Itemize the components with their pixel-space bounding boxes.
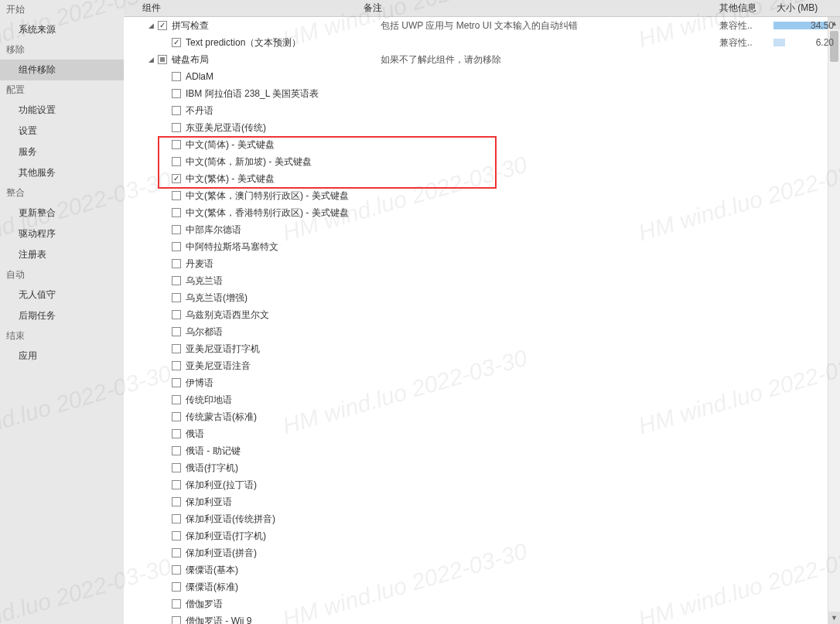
- tree-row[interactable]: ◢傈僳语(基本): [124, 561, 840, 578]
- checkbox[interactable]: [172, 514, 181, 523]
- sidebar-item[interactable]: 设置: [0, 121, 124, 142]
- checkbox[interactable]: [172, 378, 181, 387]
- tree-row[interactable]: ◢傈僳语(标准): [124, 578, 840, 595]
- checkbox[interactable]: [172, 599, 181, 609]
- sidebar-item[interactable]: 系统来源: [0, 19, 124, 40]
- collapse-icon[interactable]: ◢: [147, 22, 155, 29]
- row-label: 不丹语: [186, 104, 213, 118]
- sidebar-item[interactable]: 功能设置: [0, 100, 124, 121]
- checkbox[interactable]: [172, 106, 181, 115]
- tree-row[interactable]: ◢Text prediction（文本预测）兼容性..6.20: [124, 34, 840, 51]
- cell-component: ◢乌克兰语(增强): [124, 289, 381, 306]
- checkbox[interactable]: [172, 361, 181, 370]
- tree-row[interactable]: ◢乌克兰语: [124, 272, 840, 289]
- tree-row[interactable]: ◢东亚美尼亚语(传统): [124, 119, 840, 136]
- checkbox[interactable]: [172, 616, 181, 624]
- checkbox[interactable]: [172, 140, 181, 149]
- checkbox[interactable]: [172, 123, 181, 132]
- sidebar-item[interactable]: 注册表: [0, 244, 124, 265]
- tree-row[interactable]: ◢亚美尼亚语注音: [124, 357, 840, 374]
- checkbox[interactable]: [172, 293, 181, 302]
- sidebar-item[interactable]: 应用: [0, 346, 124, 367]
- tree-row[interactable]: ◢拼写检查包括 UWP 应用与 Metro UI 文本输入的自动纠错兼容性..3…: [124, 17, 840, 34]
- col-header-component[interactable]: 组件: [124, 2, 364, 15]
- cell-component: ◢乌克兰语: [124, 272, 381, 289]
- checkbox[interactable]: [172, 38, 181, 47]
- tree-row[interactable]: ◢俄语 - 助记键: [124, 442, 840, 459]
- checkbox[interactable]: [172, 429, 181, 438]
- checkbox[interactable]: [172, 208, 181, 217]
- tree-row[interactable]: ◢中文(繁体，香港特别行政区) - 美式键盘: [124, 204, 840, 221]
- tree-row[interactable]: ◢亚美尼亚语打字机: [124, 340, 840, 357]
- tree-row[interactable]: ◢保加利亚(拉丁语): [124, 476, 840, 493]
- tree-row[interactable]: ◢乌兹别克语西里尔文: [124, 306, 840, 323]
- tree-row[interactable]: ◢中文(繁体，澳门特别行政区) - 美式键盘: [124, 187, 840, 204]
- checkbox[interactable]: [172, 497, 181, 506]
- checkbox[interactable]: [172, 276, 181, 285]
- checkbox[interactable]: [172, 327, 181, 336]
- cell-component: ◢傈僳语(标准): [124, 578, 381, 595]
- checkbox[interactable]: [172, 344, 181, 353]
- checkbox[interactable]: [158, 55, 167, 64]
- tree-row[interactable]: ◢保加利亚语(拼音): [124, 544, 840, 561]
- col-header-other[interactable]: 其他信息: [719, 2, 773, 15]
- tree-row[interactable]: ◢中文(简体，新加坡) - 美式键盘: [124, 153, 840, 170]
- col-header-remark[interactable]: 备注: [364, 2, 719, 15]
- checkbox[interactable]: [172, 72, 181, 81]
- sidebar-item[interactable]: 其他服务: [0, 162, 124, 183]
- tree-row[interactable]: ◢保加利亚语(打字机): [124, 527, 840, 544]
- checkbox[interactable]: [172, 310, 181, 319]
- checkbox[interactable]: [172, 446, 181, 455]
- tree-row[interactable]: ◢传统印地语: [124, 391, 840, 408]
- tree-row[interactable]: ◢俄语(打字机): [124, 459, 840, 476]
- tree-row[interactable]: ◢中阿特拉斯塔马塞特文: [124, 238, 840, 255]
- row-label: 傈僳语(基本): [186, 564, 238, 577]
- tree-row[interactable]: ◢伊博语: [124, 374, 840, 391]
- scroll-down-button[interactable]: ▼: [828, 612, 840, 624]
- col-header-size[interactable]: 大小 (MB): [773, 2, 840, 15]
- checkbox[interactable]: [172, 157, 181, 166]
- tree-row[interactable]: ◢保加利亚语(传统拼音): [124, 510, 840, 527]
- sidebar-item[interactable]: 后期任务: [0, 305, 124, 326]
- checkbox[interactable]: [172, 531, 181, 540]
- checkbox[interactable]: [172, 395, 181, 404]
- tree-row[interactable]: ◢IBM 阿拉伯语 238_L 美国英语表: [124, 85, 840, 102]
- sidebar-item[interactable]: 组件移除: [0, 60, 124, 80]
- tree-row[interactable]: ◢传统蒙古语(标准): [124, 408, 840, 425]
- tree-row[interactable]: ◢俄语: [124, 425, 840, 442]
- tree-row[interactable]: ◢僧伽罗语: [124, 595, 840, 612]
- tree-row[interactable]: ◢僧伽罗语 - Wij 9: [124, 612, 840, 624]
- checkbox[interactable]: [172, 480, 181, 489]
- tree-row[interactable]: ◢中文(简体) - 美式键盘: [124, 136, 840, 153]
- checkbox[interactable]: [172, 259, 181, 268]
- tree-row[interactable]: ◢丹麦语: [124, 255, 840, 272]
- checkbox[interactable]: [172, 191, 181, 200]
- sidebar: 开始系统来源移除组件移除配置功能设置设置服务其他服务整合更新整合驱动程序注册表自…: [0, 0, 124, 624]
- tree-row[interactable]: ◢乌尔都语: [124, 323, 840, 340]
- checkbox[interactable]: [172, 174, 181, 183]
- tree-row[interactable]: ◢保加利亚语: [124, 493, 840, 510]
- tree-row[interactable]: ◢中文(繁体) - 美式键盘: [124, 170, 840, 187]
- checkbox[interactable]: [158, 21, 167, 30]
- sidebar-item[interactable]: 更新整合: [0, 203, 124, 223]
- checkbox[interactable]: [172, 412, 181, 421]
- row-label: 僧伽罗语 - Wij 9: [186, 615, 251, 625]
- tree-row[interactable]: ◢中部库尔德语: [124, 221, 840, 238]
- sidebar-item[interactable]: 无人值守: [0, 285, 124, 305]
- sidebar-item[interactable]: 驱动程序: [0, 223, 124, 244]
- row-label: 俄语(打字机): [186, 462, 238, 475]
- checkbox[interactable]: [172, 582, 181, 592]
- checkbox[interactable]: [172, 89, 181, 98]
- checkbox[interactable]: [172, 548, 181, 558]
- tree-row[interactable]: ◢键盘布局如果不了解此组件，请勿移除: [124, 51, 840, 68]
- tree-row[interactable]: ◢不丹语: [124, 102, 840, 119]
- checkbox[interactable]: [172, 463, 181, 472]
- sidebar-item[interactable]: 服务: [0, 142, 124, 162]
- tree-row[interactable]: ◢ADlaM: [124, 68, 840, 85]
- checkbox[interactable]: [172, 565, 181, 575]
- checkbox[interactable]: [172, 242, 181, 251]
- collapse-icon[interactable]: ◢: [147, 56, 155, 63]
- vertical-scrollbar[interactable]: ▲ ▼: [828, 17, 840, 624]
- tree-row[interactable]: ◢乌克兰语(增强): [124, 289, 840, 306]
- checkbox[interactable]: [172, 225, 181, 234]
